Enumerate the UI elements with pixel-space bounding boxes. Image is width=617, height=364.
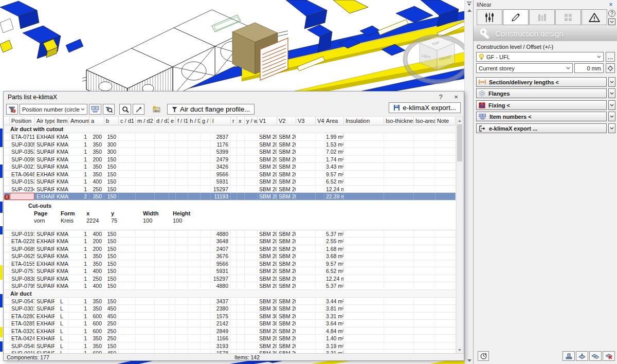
cell-note[interactable]: [435, 267, 456, 275]
cell-c_d1[interactable]: [119, 230, 136, 238]
cell-y_w[interactable]: [245, 133, 258, 140]
cell-position-error[interactable]: [10, 193, 35, 200]
cell-l[interactable]: 2380: [211, 305, 231, 312]
cell-m_d2[interactable]: [136, 320, 155, 327]
cell-b[interactable]: 150: [104, 267, 119, 275]
cell-amount[interactable]: 1: [69, 267, 89, 275]
cell-iso_thickness[interactable]: [384, 230, 414, 238]
cell-a[interactable]: 350: [89, 193, 104, 200]
cell-m_d2[interactable]: [136, 335, 155, 342]
cell-v3[interactable]: [296, 320, 316, 327]
cell-y_w[interactable]: [245, 245, 258, 252]
cell-area[interactable]: 6.52 m²: [324, 267, 344, 275]
column-header-indicator[interactable]: [4, 117, 10, 125]
cell-v1[interactable]: SBM 30: [258, 320, 277, 327]
cell-area[interactable]: 12.24 m²: [324, 186, 344, 193]
cell-item[interactable]: KMA: [55, 282, 69, 289]
cell-item[interactable]: L: [55, 298, 69, 305]
cell-a[interactable]: 250: [89, 275, 104, 282]
duct-flow-button[interactable]: [576, 351, 588, 361]
cell-l[interactable]: 15297: [211, 275, 231, 282]
cell-m_d2[interactable]: [136, 148, 155, 155]
cell-area[interactable]: 9.57 m²: [324, 171, 344, 178]
table-row[interactable]: SUP-0689SUPAIRKMA12001502407SBM 20SBM 20…: [4, 245, 456, 253]
cell-m_d2[interactable]: [136, 342, 155, 350]
cell-f_l1[interactable]: [176, 342, 188, 350]
cell-insulation[interactable]: [344, 342, 384, 350]
cell-area[interactable]: 4.84 m²: [324, 327, 344, 335]
cell-d_d3[interactable]: [155, 275, 169, 282]
cell-note[interactable]: [435, 275, 456, 282]
refresh-timer-button[interactable]: [478, 351, 489, 361]
table-row[interactable]: SUP-0305SUPAIRKMA13503001176SBM 20SBM 20…: [4, 141, 456, 149]
cell-v4[interactable]: [316, 335, 324, 342]
column-header-v1[interactable]: V1: [258, 117, 277, 125]
column-header-amount[interactable]: Amount: [69, 117, 89, 125]
cell-position[interactable]: SUP-0689: [10, 245, 35, 252]
cell-b[interactable]: 150: [104, 260, 119, 267]
column-header-e[interactable]: e: [169, 117, 176, 125]
cell-d_d3[interactable]: [155, 193, 169, 200]
cell-r[interactable]: [231, 133, 237, 140]
cell-x[interactable]: [237, 230, 245, 238]
cell-c_d1[interactable]: [119, 327, 136, 335]
cell-b[interactable]: 450: [104, 313, 119, 320]
cell-m_d2[interactable]: [136, 133, 155, 140]
cell-h_l2[interactable]: [188, 320, 201, 327]
cell-f_l1[interactable]: [176, 171, 188, 178]
cell-c_d1[interactable]: [119, 320, 136, 327]
cell-v4[interactable]: [316, 141, 324, 148]
cell-note[interactable]: [435, 313, 456, 320]
cell-r[interactable]: [231, 320, 237, 327]
cell-r[interactable]: [231, 141, 237, 148]
cell-iso_thickness[interactable]: [384, 141, 414, 148]
cell-v2[interactable]: SBM 20: [277, 156, 296, 163]
cell-iso_thickness[interactable]: [384, 133, 414, 140]
cell-h_l2[interactable]: [188, 342, 201, 350]
column-header-a[interactable]: a: [89, 117, 104, 125]
cell-y_w[interactable]: [245, 335, 258, 342]
cell-h_l2[interactable]: [188, 260, 201, 267]
cell-note[interactable]: [435, 171, 456, 178]
cell-r[interactable]: [231, 252, 237, 260]
cell-amount[interactable]: 1: [69, 133, 89, 140]
cell-iso_area[interactable]: [414, 327, 435, 335]
cell-v1[interactable]: SBM 20: [258, 267, 277, 275]
cell-y_w[interactable]: [245, 163, 258, 170]
cell-h_l2[interactable]: [188, 141, 201, 148]
column-header-l[interactable]: l: [211, 117, 231, 125]
cell-note[interactable]: [435, 193, 456, 200]
cell-y_w[interactable]: [245, 305, 258, 312]
table-row[interactable]: ETA-0711EXHAIRKMA12001502837SBM 20SBM 20…: [4, 133, 456, 141]
cell-g_l3[interactable]: [201, 252, 211, 260]
cell-item[interactable]: L: [55, 313, 69, 320]
cell-insulation[interactable]: [344, 298, 384, 305]
cell-c_d1[interactable]: [119, 282, 136, 289]
cell-insulation[interactable]: [344, 245, 384, 252]
cell-g_l3[interactable]: [201, 156, 211, 163]
cell-v3[interactable]: [296, 148, 316, 155]
cell-g_l3[interactable]: [201, 141, 211, 148]
cell-note[interactable]: [435, 298, 456, 305]
cell-iso_area[interactable]: [414, 320, 435, 327]
column-header-x[interactable]: x: [237, 117, 245, 125]
cell-position[interactable]: SUP-0234: [10, 186, 35, 193]
cell-v1[interactable]: SBM 20: [258, 133, 277, 140]
section-item-numbers[interactable]: Item numbers <: [476, 112, 607, 121]
table-row[interactable]: SUP-0021SUPAIRKMA13501503426SBM 20SBM 20…: [4, 163, 456, 171]
cell-iso_thickness[interactable]: [384, 305, 414, 312]
scroll-down-button[interactable]: [465, 357, 474, 364]
cell-c_d1[interactable]: [119, 275, 136, 282]
cell-v1[interactable]: SBM 30: [258, 305, 277, 312]
cell-x[interactable]: [237, 260, 245, 267]
cell-f_l1[interactable]: [176, 163, 188, 170]
table-row[interactable]: ETA-0424EXHAIRL13502501166SBM 20SBM 201.…: [4, 335, 456, 342]
cell-g_l3[interactable]: [201, 178, 211, 185]
cell-m_d2[interactable]: [136, 298, 155, 305]
cell-h_l2[interactable]: [188, 298, 201, 305]
cell-l[interactable]: 5399: [211, 148, 231, 155]
cell-air_type[interactable]: SUPAIR: [35, 163, 55, 170]
cell-v3[interactable]: [296, 327, 316, 335]
cell-area[interactable]: 1.68 m²: [324, 245, 344, 252]
cell-g_l3[interactable]: [201, 230, 211, 238]
